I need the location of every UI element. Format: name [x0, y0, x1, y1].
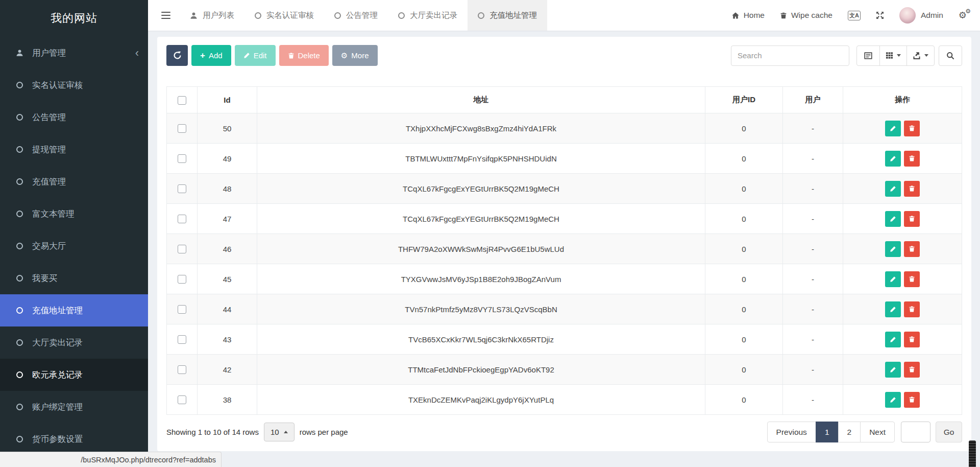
sidebar-item[interactable]: 我要买 — [0, 262, 148, 294]
sidebar-item[interactable]: 公告管理 — [0, 101, 148, 133]
nav-tab[interactable]: 大厅卖出记录 — [388, 0, 468, 31]
trash-icon — [909, 185, 915, 192]
nav-tab[interactable]: 公告管理 — [324, 0, 388, 31]
trash-icon — [909, 366, 915, 373]
caret-down-icon — [897, 54, 901, 57]
page-number-button[interactable]: 2 — [838, 422, 861, 442]
add-button[interactable]: + Add — [191, 45, 231, 66]
select-all-checkbox[interactable] — [178, 96, 186, 105]
row-checkbox[interactable] — [178, 215, 186, 223]
delete-row-button[interactable] — [904, 181, 920, 197]
go-button[interactable]: Go — [936, 422, 962, 442]
sidebar-item[interactable]: 欧元承兑记录 — [0, 359, 148, 391]
delete-row-button[interactable] — [904, 362, 920, 378]
delete-row-button[interactable] — [904, 151, 920, 167]
row-checkbox[interactable] — [178, 395, 186, 404]
nav-tab[interactable]: 用户列表 — [180, 0, 244, 31]
circle-icon — [13, 82, 26, 88]
search-button[interactable] — [939, 45, 962, 66]
fullscreen-icon[interactable] — [876, 11, 884, 19]
sidebar-item[interactable]: 提现管理 — [0, 133, 148, 166]
row-checkbox[interactable] — [178, 365, 186, 374]
search-input[interactable] — [731, 45, 849, 66]
home-link[interactable]: Home — [731, 11, 765, 20]
edit-row-button[interactable] — [885, 121, 901, 136]
sidebar-item[interactable]: 充值地址管理 — [0, 294, 148, 326]
cell-address: THFW79A2oXWWkSwMsjR4PvvG6E1bU5wLUd — [257, 234, 705, 264]
sidebar-item[interactable]: 用户管理‹ — [0, 37, 148, 69]
settings-cogs-icon[interactable]: ⚙ ⚙ — [959, 11, 967, 20]
next-page-button[interactable]: Next — [860, 422, 895, 442]
pencil-icon — [890, 396, 896, 403]
delete-row-button[interactable] — [904, 121, 920, 136]
delete-row-button[interactable] — [904, 392, 920, 408]
edit-row-button[interactable] — [885, 362, 901, 378]
cell-user: - — [783, 385, 843, 415]
trash-icon — [909, 396, 915, 403]
columns-dropdown-button[interactable] — [879, 45, 907, 66]
sidebar-item-label: 用户管理 — [32, 48, 66, 59]
scrollbar-thumb[interactable] — [969, 440, 976, 467]
previous-page-button[interactable]: Previous — [767, 422, 816, 442]
row-checkbox[interactable] — [178, 154, 186, 163]
delete-button[interactable]: Delete — [279, 45, 329, 66]
row-checkbox[interactable] — [178, 275, 186, 284]
cell-user: - — [783, 144, 843, 174]
refresh-button[interactable] — [166, 45, 188, 66]
page-number-button[interactable]: 1 — [816, 422, 839, 442]
row-checkbox[interactable] — [178, 335, 186, 344]
row-checkbox[interactable] — [178, 245, 186, 253]
cell-user: - — [783, 355, 843, 385]
row-checkbox[interactable] — [178, 124, 186, 133]
navbar-right: Home Wipe cache 文A Admin ⚙ ⚙ — [731, 0, 980, 31]
delete-row-button[interactable] — [904, 241, 920, 257]
cell-actions — [843, 355, 962, 385]
admin-menu[interactable]: Admin — [899, 7, 943, 24]
nav-tab[interactable]: 充值地址管理 — [468, 0, 547, 31]
delete-row-button[interactable] — [904, 271, 920, 287]
sidebar-item-label: 充值管理 — [32, 176, 66, 188]
sidebar-item[interactable]: 大厅卖出记录 — [0, 326, 148, 359]
delete-row-button[interactable] — [904, 301, 920, 317]
more-button[interactable]: ⚙ More — [332, 45, 378, 66]
edit-row-button[interactable] — [885, 392, 901, 408]
cell-address: TCqXL67kFgcgExYEGtUrrBK5Q2M19gMeCH — [257, 174, 705, 204]
sidebar-item[interactable]: 充值管理 — [0, 166, 148, 198]
caret-up-icon — [284, 431, 288, 433]
sidebar-item[interactable]: 货币参数设置 — [0, 423, 148, 455]
sidebar-item[interactable]: 实名认证审核 — [0, 69, 148, 101]
row-checkbox[interactable] — [178, 184, 186, 193]
cell-id: 48 — [198, 174, 257, 204]
edit-row-button[interactable] — [885, 151, 901, 167]
export-dropdown-button[interactable] — [906, 45, 935, 66]
sidebar-item[interactable]: 账户绑定管理 — [0, 391, 148, 423]
cell-user-id: 0 — [705, 144, 783, 174]
table-row: 50TXhjpXXhcMjFCXwg8sBxgZmz4hiYdA1FRk0- — [167, 113, 962, 144]
edit-button[interactable]: Edit — [235, 45, 276, 66]
sidebar-item[interactable]: 富文本管理 — [0, 198, 148, 230]
edit-row-button[interactable] — [885, 332, 901, 347]
wipe-cache-link[interactable]: Wipe cache — [780, 11, 832, 20]
sidebar-item[interactable]: 交易大厅 — [0, 230, 148, 262]
menu-toggle-icon[interactable] — [161, 12, 170, 19]
delete-row-button[interactable] — [904, 211, 920, 227]
user-icon — [13, 49, 26, 57]
table-row: 42TTMtcaFetJdNbFPckioegEgpYADv6oKT920- — [167, 355, 962, 385]
trash-icon — [909, 275, 915, 283]
edit-row-button[interactable] — [885, 181, 901, 197]
row-checkbox[interactable] — [178, 305, 186, 314]
page-size-dropdown[interactable]: 10 — [264, 423, 295, 441]
edit-row-button[interactable] — [885, 301, 901, 317]
toolbar-right — [731, 45, 962, 66]
nav-tab[interactable]: 实名认证审核 — [244, 0, 324, 31]
pagination-summary: Showing 1 to 10 of 14 rows — [166, 428, 259, 436]
translate-icon[interactable]: 文A — [848, 11, 861, 20]
goto-page-input[interactable] — [901, 422, 930, 442]
nav-tab-label: 大厅卖出记录 — [410, 10, 457, 21]
edit-row-button[interactable] — [885, 211, 901, 227]
detail-view-button[interactable] — [856, 45, 880, 66]
edit-row-button[interactable] — [885, 271, 901, 287]
edit-row-button[interactable] — [885, 241, 901, 257]
delete-row-button[interactable] — [904, 332, 920, 347]
table-row: 43TVcB65XCxKkr7WL5qj6C3krNkX65RTDjiz0- — [167, 324, 962, 355]
